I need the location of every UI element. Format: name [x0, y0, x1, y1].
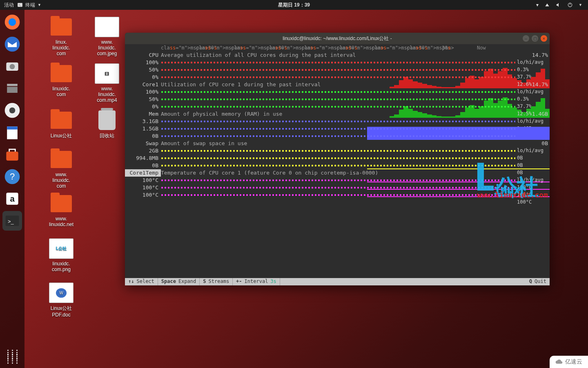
svg-point-45: [236, 62, 238, 63]
svg-point-1690: [514, 187, 515, 188]
svg-point-871: [191, 128, 192, 130]
desktop-icon[interactable]: linuxidc. com: [41, 63, 82, 97]
svg-point-839: [478, 121, 480, 122]
desktop-icon[interactable]: 🎞www. linuxidc. com.mp4: [87, 63, 127, 103]
svg-point-1235: [204, 157, 205, 159]
svg-point-1302: [423, 157, 424, 159]
network-icon[interactable]: [544, 2, 550, 8]
svg-point-1514: [331, 180, 333, 181]
svg-point-76: [338, 62, 339, 63]
svg-point-916: [338, 128, 339, 130]
desktop-icon[interactable]: 回收站: [87, 110, 127, 139]
show-applications-icon[interactable]: ⁝⁝⁝⁝⁝⁝⁝⁝⁝: [7, 351, 20, 363]
status-interval[interactable]: +-Interval3s: [233, 278, 280, 285]
svg-point-1160: [351, 150, 352, 152]
svg-point-1653: [393, 187, 395, 188]
status-expand[interactable]: SpaceExpand: [158, 278, 200, 285]
desktop-icon[interactable]: www. linuxidc. com.jpeg: [87, 16, 127, 56]
svg-point-463: [426, 91, 428, 93]
svg-point-92: [390, 62, 392, 63]
indicator-arrow-icon[interactable]: ▾: [536, 2, 539, 8]
dock-terminal[interactable]: >_: [2, 211, 22, 231]
svg-point-1201: [485, 150, 486, 152]
svg-point-1517: [341, 180, 343, 181]
svg-point-1169: [380, 150, 382, 152]
svg-point-553: [328, 99, 330, 100]
desktop-icon[interactable]: www. linuxidc.net: [41, 193, 82, 227]
dock-software[interactable]: [2, 145, 22, 164]
svg-point-1591: [191, 187, 192, 188]
svg-point-746: [174, 121, 176, 122]
activities-button[interactable]: 活动: [4, 2, 14, 9]
dock: ? a >_ ⁝⁝⁝⁝⁝⁝⁝⁝⁝: [0, 10, 24, 368]
system-menu-arrow-icon[interactable]: ▼: [579, 3, 582, 7]
svg-point-1673: [459, 187, 460, 188]
volume-icon[interactable]: [556, 2, 561, 8]
desktop-icon[interactable]: linux. linuxidc. com: [41, 16, 82, 56]
status-streams[interactable]: SStreams: [200, 278, 233, 285]
minimize-button[interactable]: –: [523, 35, 529, 42]
status-quit[interactable]: QQuit: [526, 278, 550, 285]
window-titlebar[interactable]: linuxidc@linuxidc: ~/www.linuxidc.com/Li…: [125, 33, 550, 44]
svg-point-951: [452, 128, 454, 130]
svg-point-1142: [292, 150, 294, 152]
svg-point-1123: [230, 150, 232, 152]
svg-point-167: [243, 69, 245, 71]
svg-point-233: [459, 69, 460, 71]
dock-firefox[interactable]: [2, 12, 22, 32]
status-select[interactable]: ↑↓Select: [125, 278, 158, 285]
dock-writer[interactable]: [2, 123, 22, 142]
svg-point-1501: [289, 180, 290, 181]
svg-point-1245: [236, 157, 238, 159]
svg-point-1192: [455, 150, 457, 152]
svg-point-1469: [184, 180, 186, 181]
close-button[interactable]: ×: [541, 35, 547, 42]
maximize-button[interactable]: ▢: [532, 35, 538, 42]
svg-point-232: [455, 69, 457, 71]
svg-point-1599: [217, 187, 218, 188]
svg-point-598: [475, 99, 477, 100]
svg-point-1664: [429, 187, 431, 188]
svg-point-460: [416, 91, 418, 93]
svg-point-1175: [400, 150, 401, 152]
dock-amazon[interactable]: a: [2, 189, 22, 209]
power-icon[interactable]: [567, 2, 573, 8]
svg-point-905: [302, 128, 303, 130]
svg-point-1257: [276, 157, 277, 159]
dock-rhythmbox[interactable]: [2, 101, 22, 120]
desktop-icon[interactable]: Linux公社: [41, 110, 82, 139]
svg-point-1499: [282, 180, 284, 181]
dock-thunderbird[interactable]: [2, 34, 22, 54]
svg-point-182: [292, 69, 294, 71]
desktop-icon[interactable]: WLinux公社 PDF.doc: [41, 282, 82, 318]
svg-point-774: [266, 121, 267, 122]
desktop-icon[interactable]: L公社linuxidc. com.png: [41, 238, 82, 272]
svg-point-166: [240, 69, 241, 71]
dock-files[interactable]: [2, 79, 22, 98]
svg-point-745: [171, 121, 173, 122]
svg-point-1241: [223, 157, 225, 159]
svg-point-1124: [233, 150, 235, 152]
svg-point-797: [341, 121, 343, 122]
svg-point-529: [249, 99, 251, 100]
svg-point-943: [426, 128, 428, 130]
svg-point-574: [396, 99, 398, 100]
desktop-icon[interactable]: www. linuxidc. com: [41, 149, 82, 189]
svg-point-752: [194, 121, 196, 122]
dock-help[interactable]: ?: [2, 167, 22, 186]
svg-point-63: [295, 62, 297, 63]
svg-point-902: [292, 128, 294, 130]
app-menu[interactable]: >_ 终端 ▼: [17, 2, 41, 9]
svg-point-1272: [325, 157, 326, 159]
svg-point-932: [390, 128, 392, 130]
svg-point-874: [200, 128, 202, 130]
dock-camera[interactable]: [2, 56, 22, 76]
svg-point-579: [413, 99, 414, 100]
clock[interactable]: 星期日 19：39: [278, 2, 310, 9]
svg-point-1314: [462, 157, 463, 159]
svg-point-1289: [380, 157, 382, 159]
svg-point-1559: [478, 180, 480, 181]
svg-point-1270: [318, 157, 320, 159]
svg-point-1238: [214, 157, 215, 159]
terminal-icon: >_: [17, 2, 23, 8]
